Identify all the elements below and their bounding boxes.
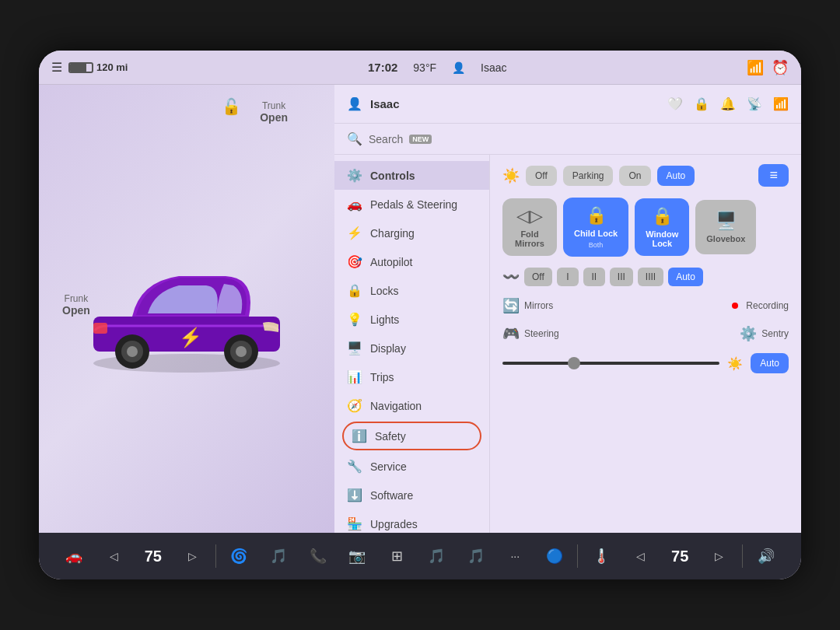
brightness-slider[interactable] [502, 362, 719, 365]
status-bar-center: 17:02 93°F 👤 Isaac [128, 61, 747, 74]
nav-label-safety: Safety [375, 430, 406, 443]
menu-icon[interactable]: ☰ [51, 60, 62, 75]
settings-area: ☀️ Off Parking On Auto ≡ ◁▷ FoldMirrors [490, 155, 801, 533]
nav-item-lights[interactable]: 💡 Lights [334, 305, 489, 334]
lights-off-btn[interactable]: Off [526, 166, 557, 186]
taskbar-spotify-icon[interactable]: 🎵 [416, 548, 456, 565]
battery-indicator: 120 mi [68, 61, 128, 73]
status-bar-left: ☰ 120 mi [51, 60, 128, 75]
lights-extra-btn[interactable]: ≡ [758, 164, 789, 187]
speed-auto-btn[interactable]: Auto [668, 268, 703, 286]
nav-item-software[interactable]: ⬇️ Software [334, 481, 489, 509]
nav-label-service: Service [370, 460, 407, 473]
taskbar-volume-icon[interactable]: 🔊 [746, 548, 786, 565]
recording-item: Recording [732, 300, 789, 311]
taskbar-more-icon[interactable]: ··· [495, 550, 535, 562]
recording-dot [732, 303, 738, 309]
speed-1-btn[interactable]: I [557, 268, 579, 286]
taskbar-temp-right-prev[interactable]: ◁ [621, 550, 660, 562]
taskbar-fan-icon[interactable]: 🌀 [219, 548, 259, 565]
nav-item-locks[interactable]: 🔒 Locks [334, 276, 489, 305]
svg-point-7 [236, 346, 247, 357]
taskbar-bluetooth-icon[interactable]: 🔵 [535, 548, 575, 565]
recording-label: Recording [746, 300, 789, 311]
battery-bar [68, 62, 93, 73]
locks-icon: 🔒 [347, 283, 362, 298]
taskbar-temp-right-next[interactable]: ▷ [700, 550, 740, 562]
taskbar-climate-icon[interactable]: 🌡️ [581, 548, 621, 565]
nav-label-controls: Controls [370, 170, 415, 182]
mirrors-recording-row: 🔄 Mirrors Recording [502, 297, 789, 314]
nav-item-display[interactable]: 🖥️ Display [334, 334, 489, 362]
nav-label-locks: Locks [370, 285, 399, 297]
nav-item-trips[interactable]: 📊 Trips [334, 362, 489, 391]
nav-item-pedals[interactable]: 🚗 Pedals & Steering [334, 190, 489, 219]
taskbar-grid-icon[interactable]: ⊞ [377, 548, 417, 565]
status-temperature: 93°F [413, 61, 436, 74]
brightness-auto-btn[interactable]: Auto [751, 353, 789, 373]
content-split: ⚙️ Controls 🚗 Pedals & Steering ⚡ Chargi… [334, 155, 801, 533]
nav-label-software: Software [370, 489, 413, 502]
taskbar-music-icon[interactable]: 🎵 [259, 548, 299, 565]
user-name: Isaac [370, 97, 660, 110]
sentry-icon: ⚙️ [740, 325, 757, 342]
car-panel: 🔓 Trunk Open Frunk Open [39, 85, 334, 533]
right-panel: 👤 Isaac 🤍 🔒 🔔 📡 📶 🔍 Search NEW [334, 85, 801, 533]
slider-thumb[interactable] [568, 357, 580, 369]
trunk-value: Open [260, 111, 288, 124]
speed-3-btn[interactable]: III [610, 268, 633, 286]
display-icon: 🖥️ [347, 341, 362, 355]
taskbar-car-icon[interactable]: 🚗 [54, 548, 94, 565]
nav-item-controls[interactable]: ⚙️ Controls [334, 161, 489, 190]
taskbar-temp-left-prev[interactable]: ◁ [94, 550, 134, 562]
speed-2-btn[interactable]: II [583, 268, 605, 286]
svg-point-4 [127, 346, 138, 357]
taskbar-phone-icon[interactable]: 📞 [298, 548, 338, 565]
nav-item-charging[interactable]: ⚡ Charging [334, 219, 489, 247]
fold-mirrors-label: FoldMirrors [515, 229, 544, 248]
bluetooth-icon[interactable]: 📡 [747, 96, 762, 111]
charging-icon: ⚡ [347, 226, 362, 240]
lights-on-btn[interactable]: On [619, 166, 650, 186]
search-bar[interactable]: 🔍 Search NEW [334, 124, 801, 155]
software-icon: ⬇️ [347, 488, 362, 502]
alarm-icon: ⏰ [772, 59, 789, 76]
lights-auto-btn[interactable]: Auto [657, 166, 695, 186]
speed-off-btn[interactable]: Off [524, 268, 552, 286]
lock-header-icon[interactable]: 🔒 [694, 96, 709, 111]
taskbar-divider-1 [215, 544, 216, 568]
car-image: ⚡ [62, 231, 311, 387]
nav-item-service[interactable]: 🔧 Service [334, 452, 489, 481]
lights-sun-icon: ☀️ [502, 167, 520, 184]
bell-icon[interactable]: 🔔 [720, 96, 736, 111]
trunk-info: Trunk Open [260, 100, 288, 124]
nav-item-navigation[interactable]: 🧭 Navigation [334, 391, 489, 420]
taskbar-music2-icon[interactable]: 🎵 [456, 548, 495, 565]
lights-icon: 💡 [347, 312, 362, 327]
taskbar-camera-icon[interactable]: 📷 [338, 548, 377, 565]
lights-row: ☀️ Off Parking On Auto ≡ [502, 164, 789, 187]
battery-fill [70, 64, 86, 72]
nav-item-safety[interactable]: ℹ️ Safety [342, 422, 481, 450]
nav-label-navigation: Navigation [370, 400, 422, 412]
sentry-item: ⚙️ Sentry [740, 325, 789, 342]
mirrors-label: Mirrors [524, 300, 553, 311]
status-user-icon: 👤 [452, 61, 465, 74]
lock-grid: ◁▷ FoldMirrors 🔒 Child Lock Both 🔒 Windo… [502, 198, 789, 257]
window-lock-card[interactable]: 🔒 WindowLock [635, 198, 689, 256]
signal-icon[interactable]: 📶 [773, 96, 789, 111]
battery-range: 120 mi [96, 61, 128, 73]
glovebox-card[interactable]: 🖥️ Glovebox [695, 200, 756, 254]
taskbar-temp-left-next[interactable]: ▷ [173, 550, 212, 562]
brightness-row: ☀️ Auto [502, 353, 789, 373]
nav-label-pedals: Pedals & Steering [370, 198, 457, 211]
fold-mirrors-card[interactable]: ◁▷ FoldMirrors [502, 198, 557, 256]
child-lock-card[interactable]: 🔒 Child Lock Both [563, 198, 628, 257]
nav-item-upgrades[interactable]: 🏪 Upgrades [334, 509, 489, 533]
nav-item-autopilot[interactable]: 🎯 Autopilot [334, 247, 489, 276]
brightness-sun-icon: ☀️ [727, 356, 743, 371]
heart-icon[interactable]: 🤍 [667, 96, 683, 111]
fold-mirrors-icon: ◁▷ [516, 206, 543, 226]
speed-4-btn[interactable]: IIII [638, 268, 663, 286]
lights-parking-btn[interactable]: Parking [563, 166, 614, 186]
